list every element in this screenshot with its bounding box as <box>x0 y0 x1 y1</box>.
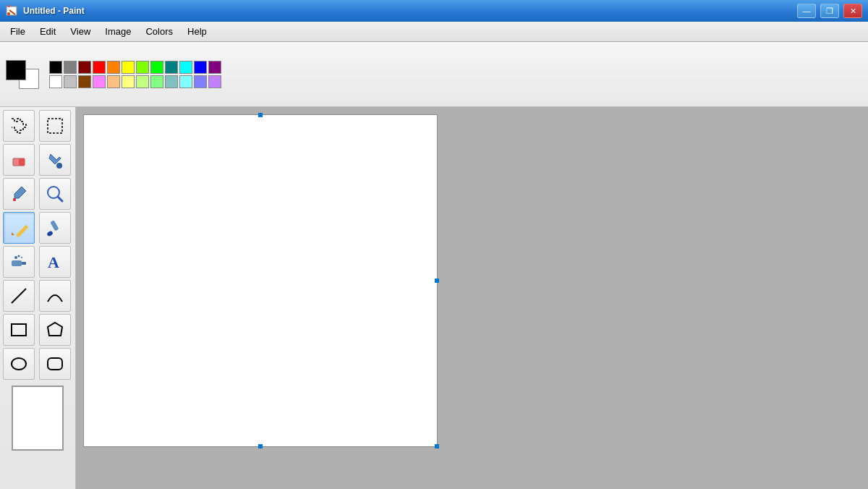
svg-point-3 <box>7 12 10 15</box>
color-swatch-row1-3[interactable] <box>93 61 106 74</box>
svg-rect-6 <box>19 158 25 166</box>
polygon-tool[interactable] <box>39 314 71 346</box>
svg-marker-11 <box>12 232 14 235</box>
svg-rect-14 <box>12 260 22 266</box>
svg-rect-7 <box>13 198 16 201</box>
rect-shape-tool[interactable] <box>3 314 35 346</box>
canvas-area[interactable] <box>76 107 868 489</box>
color-preview-box <box>12 386 64 451</box>
free-select-tool[interactable] <box>3 110 35 142</box>
color-swatch-row2-2[interactable] <box>78 75 91 88</box>
handle-top-center[interactable] <box>258 113 263 117</box>
restore-button[interactable]: ❐ <box>820 4 839 18</box>
color-swatch-row1-7[interactable] <box>150 61 163 74</box>
menu-item-image[interactable]: Image <box>98 23 138 40</box>
svg-rect-15 <box>22 262 26 265</box>
svg-line-20 <box>12 289 26 303</box>
color-row-2 <box>49 75 221 88</box>
tools-panel: A <box>0 107 76 489</box>
handle-bottom-right[interactable] <box>435 444 439 448</box>
color-swatch-row1-6[interactable] <box>136 61 149 74</box>
menu-item-colors[interactable]: Colors <box>138 23 180 40</box>
color-row-1 <box>49 61 221 74</box>
title-bar: Untitled - Paint — ❐ ✕ <box>0 0 868 22</box>
svg-rect-10 <box>16 225 29 238</box>
svg-rect-4 <box>48 119 62 133</box>
color-swatch-row1-5[interactable] <box>122 61 135 74</box>
window-title: Untitled - Paint <box>23 6 793 16</box>
color-swatch-row1-8[interactable] <box>165 61 178 74</box>
color-swatch-row1-4[interactable] <box>107 61 120 74</box>
svg-point-13 <box>46 230 54 237</box>
svg-rect-12 <box>50 220 59 231</box>
svg-marker-22 <box>48 323 62 336</box>
svg-rect-21 <box>12 324 26 336</box>
svg-point-23 <box>12 358 26 370</box>
curve-tool[interactable] <box>39 280 71 312</box>
color-swatch-row2-6[interactable] <box>136 75 149 88</box>
tools-grid: A <box>3 110 72 380</box>
color-swatch-row2-5[interactable] <box>122 75 135 88</box>
svg-rect-1 <box>8 5 10 7</box>
fill-tool[interactable] <box>39 144 71 176</box>
magnifier-tool[interactable] <box>39 178 71 210</box>
airbrush-tool[interactable] <box>3 246 35 278</box>
handle-right-center[interactable] <box>435 278 439 283</box>
svg-text:A: A <box>48 253 59 271</box>
color-swatch-row2-1[interactable] <box>64 75 77 88</box>
menu-item-file[interactable]: File <box>3 23 33 40</box>
color-swatch-row2-8[interactable] <box>165 75 178 88</box>
svg-rect-24 <box>48 358 62 370</box>
color-swatch-row1-11[interactable] <box>208 61 221 74</box>
eraser-tool[interactable] <box>3 144 35 176</box>
menu-item-help[interactable]: Help <box>180 23 214 40</box>
color-swatch-row1-10[interactable] <box>194 61 207 74</box>
color-swatch-row2-10[interactable] <box>194 75 207 88</box>
rect-select-tool[interactable] <box>39 110 71 142</box>
menu-bar: FileEditViewImageColorsHelp <box>0 22 868 42</box>
current-colors <box>6 60 39 89</box>
color-swatch-row1-1[interactable] <box>64 61 77 74</box>
canvas[interactable] <box>83 114 438 447</box>
color-palette-section <box>49 61 221 88</box>
color-swatch-row1-2[interactable] <box>78 61 91 74</box>
close-button[interactable]: ✕ <box>843 4 862 18</box>
foreground-color-box[interactable] <box>6 60 26 80</box>
color-palette <box>49 61 221 88</box>
app-icon <box>6 4 19 17</box>
pencil-tool[interactable] <box>3 212 35 244</box>
color-swatch-row2-7[interactable] <box>150 75 163 88</box>
brush-tool[interactable] <box>39 212 71 244</box>
svg-point-18 <box>21 257 22 258</box>
minimize-button[interactable]: — <box>797 4 816 18</box>
toolbar <box>0 42 868 107</box>
color-swatch-row2-4[interactable] <box>107 75 120 88</box>
main-layout: A <box>0 107 868 489</box>
eyedropper-tool[interactable] <box>3 178 35 210</box>
menu-item-view[interactable]: View <box>63 23 98 40</box>
rounded-rect-tool[interactable] <box>39 348 71 380</box>
svg-line-9 <box>58 197 62 201</box>
text-tool[interactable]: A <box>39 246 71 278</box>
svg-point-16 <box>14 256 17 259</box>
color-swatch-row1-9[interactable] <box>179 61 192 74</box>
color-swatch-row2-3[interactable] <box>93 75 106 88</box>
svg-point-17 <box>18 255 20 258</box>
color-swatch-row2-11[interactable] <box>208 75 221 88</box>
menu-item-edit[interactable]: Edit <box>33 23 63 40</box>
color-swatch-row1-0[interactable] <box>49 61 62 74</box>
ellipse-tool[interactable] <box>3 348 35 380</box>
color-swatch-row2-9[interactable] <box>179 75 192 88</box>
line-tool[interactable] <box>3 280 35 312</box>
handle-bottom-center[interactable] <box>258 444 263 448</box>
color-swatch-row2-0[interactable] <box>49 75 62 88</box>
